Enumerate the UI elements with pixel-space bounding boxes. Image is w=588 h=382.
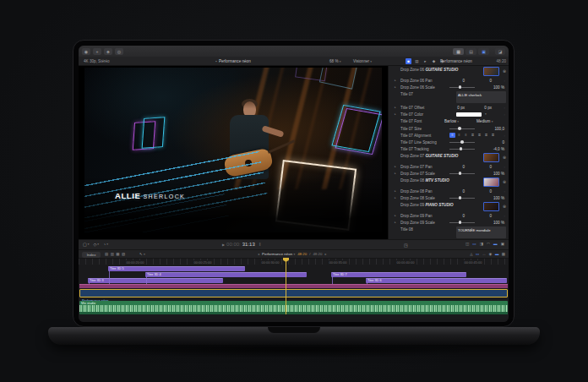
y-value[interactable]: 0 (470, 189, 492, 194)
reset-parameter-icon[interactable]: ◦ (504, 134, 505, 138)
x-value[interactable]: 0 (443, 79, 465, 83)
generator-inspector-tab[interactable]: ▸ (422, 58, 428, 64)
x-value[interactable]: 0 px (443, 106, 465, 110)
remove-dropzone-icon[interactable]: ⊗ (503, 179, 506, 184)
parameter-slider[interactable] (449, 87, 475, 88)
timeline-ruler[interactable]: 00:00:20:0000:00:25:0000:00:30:0000:00:3… (79, 258, 509, 265)
font-weight-menu[interactable]: Medium ▾ (476, 119, 493, 123)
timeline-title-clip[interactable]: Titre 3D 4 (145, 272, 307, 277)
parameter-value[interactable]: 0 (476, 140, 504, 145)
dropzone-thumbnail[interactable] (483, 202, 499, 211)
alignment-button[interactable]: ≡ (456, 133, 462, 138)
browser-icon[interactable]: ▣ (501, 242, 504, 246)
disclosure-triangle-icon[interactable]: ▸ (395, 221, 396, 224)
alignment-button[interactable]: ≡ (449, 133, 455, 138)
x-value[interactable]: 0 (443, 165, 465, 169)
disclosure-triangle-icon[interactable]: ▸ (395, 85, 396, 89)
play-icon[interactable]: ▶ (222, 243, 225, 247)
parameter-slider[interactable] (449, 222, 475, 223)
disclosure-triangle-icon[interactable]: ▸ (395, 165, 396, 168)
x-value[interactable]: 0 (443, 214, 465, 218)
reset-parameter-icon[interactable]: ◦ (504, 112, 505, 117)
solo-icon[interactable]: ↔ (482, 252, 486, 256)
reset-parameter-icon[interactable]: ◦ (504, 189, 505, 194)
insert-clip-icon[interactable]: ▭ (472, 242, 476, 246)
reset-parameter-icon[interactable]: ◦ (504, 147, 505, 151)
history-back-icon[interactable]: ◂ (258, 252, 259, 256)
alignment-button[interactable]: ≣ (476, 133, 482, 138)
disclosure-triangle-icon[interactable]: ▸ (395, 189, 396, 193)
pointer-tool-menu[interactable]: ↖ ▾ (139, 252, 145, 256)
reset-parameter-icon[interactable]: ◦ (504, 140, 505, 145)
parameter-value[interactable]: 100 % (476, 85, 504, 90)
audio-meter-icon[interactable]: ▬ (495, 252, 498, 256)
connect-clip-icon[interactable]: ◫ (466, 242, 469, 246)
alignment-button[interactable]: ≣ (470, 133, 476, 138)
dropzone-thumbnail[interactable] (483, 67, 499, 76)
browser-view-button[interactable]: ▦ (453, 48, 464, 55)
reset-parameter-icon[interactable]: ◦ (504, 196, 505, 200)
append-clip-icon[interactable]: ◨ (480, 242, 483, 246)
reset-parameter-icon[interactable]: ◦ (504, 214, 505, 218)
timeline-title-clip[interactable]: Titre 3D 7 (331, 272, 466, 277)
share-button[interactable]: ◪ (495, 48, 505, 55)
primary-storyline-clip[interactable]: Performance néon (79, 289, 508, 297)
viewer-zoom-menu[interactable]: 68 % ▾ (329, 59, 341, 63)
disclosure-triangle-icon[interactable]: ▸ (395, 214, 396, 217)
snapping-icon[interactable]: ◉ (489, 252, 493, 256)
viewer-view-menu[interactable]: Visionner ▾ (353, 59, 372, 63)
overwrite-clip-icon[interactable]: ◠ (487, 242, 490, 246)
slider-thumb[interactable] (459, 85, 462, 89)
reset-parameter-icon[interactable]: ◦ (504, 165, 505, 169)
frame-step-icon[interactable]: ‖ (259, 243, 261, 247)
remove-dropzone-icon[interactable]: ⊗ (503, 68, 506, 74)
slider-thumb[interactable] (458, 127, 461, 130)
remove-dropzone-icon[interactable]: ⊗ (503, 155, 506, 160)
reset-parameter-icon[interactable]: ◦ (504, 221, 505, 225)
parameter-value[interactable]: -4,0 % (476, 147, 504, 151)
font-family-menu[interactable]: Barlow ▾ (444, 119, 459, 123)
remove-dropzone-icon[interactable]: ⊗ (503, 204, 506, 209)
effects-tool-icon[interactable]: ◔▾ (103, 242, 108, 247)
list-view-button[interactable]: ▤ (466, 48, 476, 55)
clip-appearance-2-icon[interactable]: ▥ (111, 252, 114, 256)
clip-appearance-3-icon[interactable]: ▦ (116, 252, 119, 256)
title-text-field[interactable]: ALLIE sherlock (456, 91, 506, 103)
reset-parameter-icon[interactable]: ◦ (504, 85, 505, 90)
parameter-value[interactable]: 100 % (476, 172, 504, 176)
slider-thumb[interactable] (460, 140, 464, 144)
audio-skimming-icon[interactable]: ▭ (476, 252, 479, 256)
reset-parameter-icon[interactable]: ◦ (504, 79, 505, 83)
slider-thumb[interactable] (460, 147, 463, 150)
clip-appearance-1-icon[interactable]: ▤ (105, 252, 108, 256)
disclosure-triangle-icon[interactable]: ▸ (395, 79, 396, 82)
color-inspector-tab[interactable]: ◆ (431, 58, 437, 64)
timeline-view-button[interactable]: ▣ (478, 48, 489, 55)
slider-thumb[interactable] (459, 221, 462, 224)
media-import-icon[interactable]: ◉ (82, 48, 90, 55)
video-inspector-tab[interactable]: ■ (406, 58, 411, 64)
disclosure-triangle-icon[interactable]: ▸ (395, 172, 396, 175)
timeline-project-menu[interactable]: Performance néon ▾ (262, 252, 295, 256)
disclosure-triangle-icon[interactable]: ▸ (395, 112, 396, 116)
skimming-icon[interactable]: ◬ (470, 252, 472, 256)
playhead[interactable] (286, 258, 286, 314)
clip-appearance-tool-icon[interactable]: ▢▾ (83, 242, 90, 247)
alignment-button[interactable]: ≡ (463, 133, 469, 138)
alignment-button[interactable]: ≣ (483, 133, 489, 138)
parameter-value[interactable]: 100,0 (476, 127, 504, 131)
timeline-title-clip[interactable]: Titre 3D 6 (366, 278, 507, 283)
reset-parameter-icon[interactable]: ◦ (504, 172, 505, 176)
tasks-icon[interactable]: ◎ (115, 48, 123, 55)
parameter-slider[interactable] (449, 128, 475, 129)
title-text-field[interactable]: TOURNÉE mondiale (456, 226, 506, 238)
y-value[interactable]: 0 (470, 165, 492, 169)
parameter-slider[interactable] (449, 173, 475, 174)
color-swatch[interactable] (456, 112, 482, 117)
x-value[interactable]: 0 (443, 189, 465, 194)
expand-viewer-icon[interactable]: ◳ (404, 243, 408, 248)
audio-clip[interactable]: Mix studio (79, 301, 508, 314)
dropzone-thumbnail[interactable] (483, 177, 499, 187)
y-value[interactable]: 0 (470, 214, 492, 218)
range-icon[interactable]: ▬ (493, 242, 498, 246)
